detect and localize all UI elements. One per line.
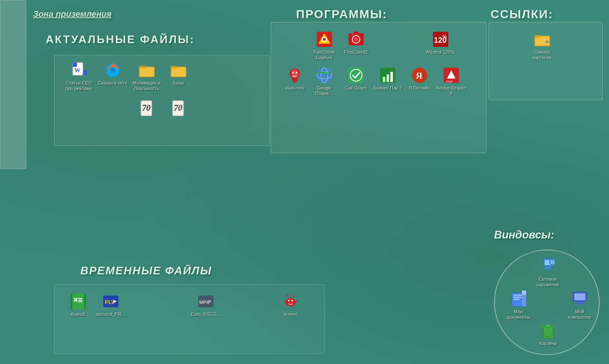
folder-link-icon bbox=[534, 31, 551, 48]
file-text2[interactable]: 70 bbox=[162, 100, 194, 118]
svg-rect-20 bbox=[323, 38, 326, 41]
svg-line-67 bbox=[296, 301, 297, 302]
svg-point-23 bbox=[354, 37, 358, 41]
link-svalka[interactable]: Свалкакартинок bbox=[526, 31, 558, 60]
prog-yandex[interactable]: Я Я.Онлайн bbox=[403, 67, 435, 91]
win-network[interactable]: Сетевоеокружение bbox=[532, 258, 564, 287]
recycle-bin-icon bbox=[540, 322, 557, 339]
svg-rect-80 bbox=[522, 295, 526, 307]
svg-rect-81 bbox=[522, 290, 526, 295]
svg-rect-51 bbox=[78, 298, 82, 299]
textfile2-icon: 70 bbox=[170, 100, 187, 117]
win-docs[interactable]: Моидокументы bbox=[502, 290, 534, 320]
programs-box: FastStoneCapture FotoClient2 120 % Alcoh… bbox=[271, 22, 486, 153]
network-icon bbox=[540, 258, 557, 275]
temp-kniga[interactable]: Книга1 bbox=[62, 293, 94, 317]
prog-callgraph[interactable]: Call Graph bbox=[340, 67, 372, 91]
svg-text:70: 70 bbox=[142, 103, 151, 112]
prog-alcohol[interactable]: 120 % Alcohol 120% bbox=[425, 31, 456, 55]
svg-rect-8 bbox=[139, 66, 145, 68]
textfile1-icon: 70 bbox=[138, 100, 155, 117]
file-skazki[interactable]: Сказки в сети bbox=[97, 62, 129, 86]
prog-biznes[interactable]: Бизнес Пак 7 bbox=[372, 67, 403, 91]
svg-line-66 bbox=[284, 301, 285, 302]
firefox-icon bbox=[104, 62, 121, 79]
svg-rect-24 bbox=[354, 32, 359, 34]
svg-rect-39 bbox=[387, 74, 389, 82]
vaal-icon bbox=[286, 67, 303, 84]
prog-adobe[interactable]: PDF Adobe Reader9 bbox=[435, 67, 467, 96]
svg-rect-38 bbox=[383, 77, 385, 82]
vindovsy-title: Виндовсы: bbox=[494, 228, 554, 241]
svg-point-30 bbox=[292, 72, 294, 74]
folder-motivaciya-icon bbox=[138, 62, 155, 79]
my-computer-icon bbox=[571, 290, 588, 307]
svg-rect-79 bbox=[513, 299, 519, 300]
win-mycomp[interactable]: Мойкомпьютер bbox=[564, 290, 595, 320]
prog-vaal[interactable]: Vaal-mini bbox=[279, 67, 310, 91]
svg-line-63 bbox=[293, 295, 294, 297]
svg-point-64 bbox=[288, 300, 290, 301]
screen-icon bbox=[282, 293, 299, 310]
adobe-reader-icon: PDF bbox=[443, 67, 460, 84]
prog-google[interactable]: GoogleПлане... bbox=[308, 67, 340, 96]
svg-rect-53 bbox=[78, 301, 82, 302]
aktualnye-title: АКТУАЛЬНЫЕ ФАЙЛЫ: bbox=[46, 33, 195, 46]
my-documents-icon bbox=[510, 290, 527, 307]
ssylki-title: ССЫЛКИ: bbox=[491, 8, 553, 21]
svg-text:MP4: MP4 bbox=[199, 300, 209, 305]
faststone-icon bbox=[316, 31, 333, 48]
zona-title: Зона приземления bbox=[33, 9, 112, 19]
excel-icon bbox=[70, 293, 87, 310]
file-statya[interactable]: W Статья СЕОпро рекламу bbox=[63, 62, 95, 91]
svg-rect-77 bbox=[513, 295, 522, 296]
svg-point-65 bbox=[291, 300, 293, 301]
biznes-icon bbox=[379, 67, 396, 84]
file-text1[interactable]: 70 bbox=[131, 100, 162, 118]
svg-rect-71 bbox=[544, 268, 552, 269]
svg-rect-70 bbox=[546, 266, 551, 268]
file-bazy[interactable]: Базы bbox=[162, 62, 194, 86]
actual-files-box: W Статья СЕОпро рекламу Сказки в сети bbox=[54, 55, 270, 146]
svg-rect-46 bbox=[535, 35, 541, 38]
svg-rect-84 bbox=[577, 301, 582, 303]
temp-euro[interactable]: MP4 Euro_RSCG... bbox=[190, 293, 222, 317]
svg-text:70: 70 bbox=[174, 103, 182, 112]
svg-rect-87 bbox=[541, 326, 555, 328]
temp-stimorol[interactable]: FLV stimorol_PR... bbox=[95, 293, 126, 317]
prog-fotoclient[interactable]: FotoClient2 bbox=[340, 31, 372, 55]
callgraph-icon bbox=[348, 67, 365, 84]
temp-screen[interactable]: screen bbox=[274, 293, 306, 317]
windows-circle: Сетевоеокружение Моидокументы bbox=[494, 249, 600, 355]
mp4-icon: MP4 bbox=[198, 293, 214, 310]
vremennye-title: ВРЕМЕННЫЕ файлы bbox=[80, 264, 212, 277]
svg-point-31 bbox=[296, 72, 297, 74]
svg-text:PDF: PDF bbox=[446, 80, 453, 84]
svg-text:%: % bbox=[442, 34, 447, 40]
word-icon: W bbox=[71, 62, 88, 79]
svg-text:Я: Я bbox=[416, 70, 422, 81]
svg-line-62 bbox=[287, 295, 288, 297]
svg-rect-83 bbox=[574, 293, 585, 300]
prog-faststone[interactable]: FastStoneCapture bbox=[308, 31, 340, 60]
svg-rect-1 bbox=[73, 63, 77, 67]
svg-rect-52 bbox=[78, 300, 82, 301]
google-earth-icon bbox=[316, 67, 333, 84]
folder-bazy-icon bbox=[170, 62, 187, 79]
fotoclient-icon bbox=[348, 31, 365, 48]
svg-point-6 bbox=[111, 68, 115, 72]
svg-rect-11 bbox=[171, 66, 177, 68]
svg-rect-78 bbox=[513, 297, 522, 298]
svg-text:W: W bbox=[74, 67, 80, 74]
programmy-title: ПРОГРАММЫ: bbox=[296, 8, 387, 21]
alcohol-icon: 120 % bbox=[432, 31, 449, 48]
win-recycle[interactable]: Корзина bbox=[532, 322, 564, 346]
file-motivaciya[interactable]: Мотивация иЛояльность bbox=[131, 62, 162, 91]
svg-rect-85 bbox=[576, 303, 584, 304]
links-box: Свалкакартинок bbox=[488, 22, 603, 100]
temp-files-box: Книга1 FLV stimorol_PR... MP4 Euro_RSCG.… bbox=[54, 284, 325, 354]
svg-point-32 bbox=[317, 68, 332, 83]
svg-rect-3 bbox=[83, 70, 87, 75]
yandex-icon: Я bbox=[411, 67, 428, 84]
flv-icon: FLV bbox=[102, 293, 119, 310]
